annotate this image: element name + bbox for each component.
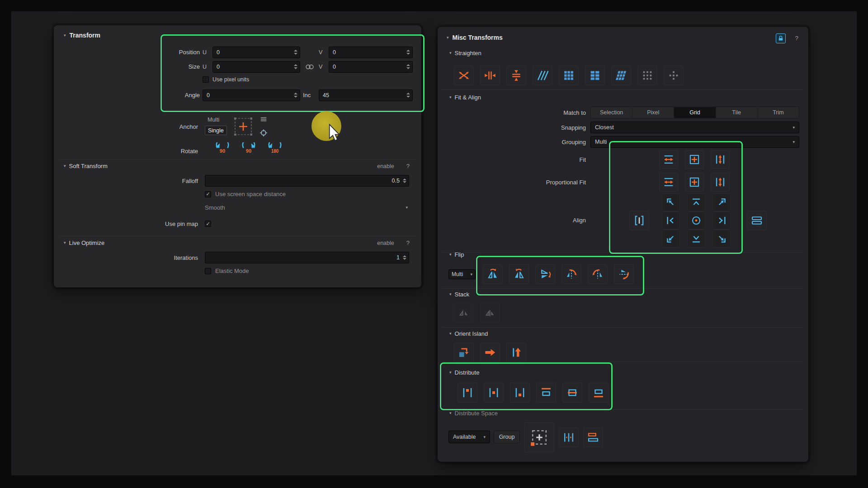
mirror-uv-icon[interactable] xyxy=(614,264,634,284)
misc-transforms-header[interactable]: ▾ Misc Transforms xyxy=(447,34,503,41)
straighten-section-header[interactable]: ▾ Straighten xyxy=(449,50,481,56)
match-to-option-selection[interactable]: Selection xyxy=(591,107,632,118)
flip-u-icon[interactable] xyxy=(483,264,503,284)
distribute-h-left-icon[interactable] xyxy=(458,383,477,403)
available-dropdown[interactable]: Available ▾ xyxy=(448,431,490,443)
grid-skew-icon[interactable] xyxy=(611,66,631,85)
live-optimize-header[interactable]: ▾ Live Optimize enable ? xyxy=(59,236,416,246)
align-island-center-icon[interactable] xyxy=(629,211,649,230)
distribute-h-right-icon[interactable] xyxy=(510,383,530,403)
use-pixel-units-checkbox[interactable] xyxy=(203,76,209,83)
align-left-icon[interactable] xyxy=(662,211,680,230)
angle-input[interactable]: 0 xyxy=(203,89,300,101)
fit-height-icon[interactable] xyxy=(711,173,730,192)
anchor-mode-single-button[interactable]: Single xyxy=(205,126,227,135)
stack-icon[interactable] xyxy=(454,303,474,323)
grid-2x3-icon[interactable] xyxy=(585,66,605,85)
align-bottom-icon[interactable] xyxy=(687,230,705,248)
rotate-180-button[interactable]: 180 xyxy=(266,142,283,160)
elastic-mode-checkbox[interactable] xyxy=(205,268,211,274)
distribute-v-bottom-icon[interactable] xyxy=(589,383,609,403)
straighten-v-icon[interactable] xyxy=(506,66,526,85)
grid-3x3-icon[interactable] xyxy=(559,66,579,85)
fit-both-icon[interactable] xyxy=(685,173,704,192)
transform-panel-header[interactable]: ▾ Transform xyxy=(64,32,100,39)
position-u-input[interactable]: 0 xyxy=(212,47,300,58)
distribute-h-center-icon[interactable] xyxy=(484,383,504,403)
distribute-v-top-icon[interactable] xyxy=(536,383,556,403)
flip-mode-dropdown[interactable]: Multi ▾ xyxy=(448,269,476,279)
align-corner-bl-icon[interactable] xyxy=(662,230,680,248)
spinner[interactable] xyxy=(406,93,410,98)
dotted-grid-v-icon[interactable] xyxy=(664,66,684,85)
group-button[interactable]: Group xyxy=(494,431,520,443)
stack-section-header[interactable]: ▾ Stack xyxy=(449,291,469,298)
smooth-dropdown[interactable]: Smooth ▾ xyxy=(205,204,408,211)
spinner[interactable] xyxy=(293,64,298,69)
spinner[interactable] xyxy=(402,178,407,183)
distribute-v-middle-icon[interactable] xyxy=(562,383,582,403)
anchor-target-icon[interactable] xyxy=(259,129,268,137)
soft-transform-help-button[interactable]: ? xyxy=(406,163,410,169)
flip-section-header[interactable]: ▾ Flip xyxy=(449,251,464,258)
live-optimize-help-button[interactable]: ? xyxy=(406,239,410,246)
anchor-options-icon[interactable] xyxy=(259,115,268,123)
align-corner-tr-icon[interactable] xyxy=(712,193,731,211)
distribute-section-header[interactable]: ▾ Distribute xyxy=(449,369,479,376)
soft-transform-enable-toggle[interactable]: enable xyxy=(377,163,394,169)
soft-transform-header[interactable]: ▾ Soft Transform enable ? xyxy=(59,159,416,169)
size-u-input[interactable]: 0 xyxy=(212,61,300,73)
snapping-dropdown[interactable]: Closest ▾ xyxy=(590,122,799,133)
mirror-v-icon[interactable] xyxy=(588,264,608,284)
straighten-cross-icon[interactable] xyxy=(454,66,474,85)
panel-minimize-indicator[interactable] xyxy=(392,34,399,36)
rotate-cw-90-button[interactable]: 90 xyxy=(240,142,257,160)
spinner[interactable] xyxy=(402,255,407,260)
align-right-icon[interactable] xyxy=(712,211,731,230)
size-v-input[interactable]: 0 xyxy=(329,61,413,73)
lock-icon[interactable] xyxy=(776,33,786,43)
match-to-option-pixel[interactable]: Pixel xyxy=(632,107,674,118)
align-corner-br-icon[interactable] xyxy=(712,230,731,248)
flip-v-icon[interactable] xyxy=(535,264,555,284)
distribute-space-u-icon[interactable] xyxy=(559,427,579,447)
flip-u-alt-icon[interactable] xyxy=(509,264,529,284)
distribute-space-v-icon[interactable] xyxy=(583,427,603,447)
distribute-space-section-header[interactable]: ▾ Distribute Space xyxy=(449,410,498,417)
align-justify-icon[interactable] xyxy=(747,211,767,230)
position-v-input[interactable]: 0 xyxy=(329,47,413,58)
iterations-input[interactable]: 1 xyxy=(205,252,409,263)
match-to-option-grid[interactable]: Grid xyxy=(674,107,716,118)
fit-width-icon[interactable] xyxy=(659,173,678,192)
grouping-dropdown[interactable]: Multi ▾ xyxy=(590,136,799,148)
misc-transforms-help-button[interactable]: ? xyxy=(795,35,798,42)
live-optimize-enable-toggle[interactable]: enable xyxy=(377,240,394,246)
rotate-ccw-90-button[interactable]: 90 xyxy=(214,142,231,160)
unstack-icon[interactable] xyxy=(480,303,500,323)
fit-both-icon[interactable] xyxy=(685,150,704,169)
match-to-option-trim[interactable]: Trim xyxy=(758,107,799,118)
straighten-h-icon[interactable] xyxy=(480,66,500,85)
use-pin-map-checkbox[interactable]: ✓ xyxy=(205,221,211,227)
marquee-add-icon[interactable] xyxy=(524,422,554,452)
spinner[interactable] xyxy=(406,64,410,69)
orient-vertical-icon[interactable] xyxy=(506,343,526,362)
anchor-mode-multi-button[interactable]: Multi xyxy=(205,115,227,124)
spinner[interactable] xyxy=(293,50,298,55)
mirror-u-icon[interactable] xyxy=(561,264,581,284)
orient-island-section-header[interactable]: ▾ Orient Island xyxy=(449,330,488,337)
use-screen-space-checkbox[interactable]: ✓ xyxy=(205,191,211,197)
match-to-option-tile[interactable]: Tile xyxy=(716,107,758,118)
fit-align-section-header[interactable]: ▾ Fit & Align xyxy=(449,94,481,101)
align-center-icon[interactable] xyxy=(687,211,705,230)
anchor-pivot-widget[interactable] xyxy=(231,114,256,139)
dotted-grid-u-icon[interactable] xyxy=(637,66,657,85)
align-top-icon[interactable] xyxy=(687,193,705,211)
diagonal-lines-icon[interactable] xyxy=(533,66,552,85)
orient-horizontal-icon[interactable] xyxy=(480,343,500,362)
link-uv-icon[interactable] xyxy=(303,63,316,70)
spinner[interactable] xyxy=(406,50,410,55)
angle-inc-input[interactable]: 45 xyxy=(319,89,413,101)
fit-height-icon[interactable] xyxy=(711,150,730,169)
orient-edge-icon[interactable] xyxy=(454,343,474,362)
